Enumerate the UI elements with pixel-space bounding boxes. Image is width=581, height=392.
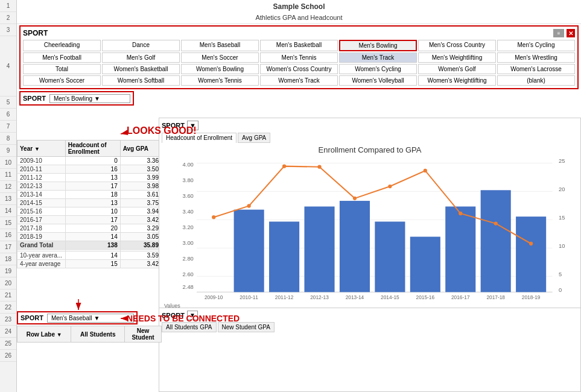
sport-item-womens-weightlifting[interactable]: Women's Weightlifting: [418, 75, 496, 86]
data-table-container: Year ▼ Headcount of Enrollment Avg GPA 2…: [17, 140, 162, 268]
sport-value-1[interactable]: Men's Bowling ▼: [49, 94, 130, 103]
sport-item-womens-softball[interactable]: Women's Softball: [102, 75, 180, 86]
enrollment-table: Year ▼ Headcount of Enrollment Avg GPA 2…: [17, 140, 162, 268]
sport-item-womens-track[interactable]: Women's Track: [260, 75, 338, 86]
svg-text:2.60: 2.60: [183, 271, 194, 277]
row-number-column: 1 2 3 4 5 6 7 8 9 10 11 12 13 14 15 16 1…: [0, 0, 17, 392]
sport-item-mens-track[interactable]: Men's Track: [339, 52, 417, 63]
table-row: 2016-17 17 3.42: [17, 216, 162, 224]
cell-headcount: 13: [65, 174, 120, 182]
cell-headcount: 18: [65, 191, 120, 199]
sport-item-womens-soccer[interactable]: Women's Soccer: [23, 75, 101, 86]
sport-item-womens-golf[interactable]: Women's Golf: [418, 64, 496, 74]
table-row: 2017-18 20 3.29: [17, 224, 162, 233]
svg-rect-22: [234, 210, 264, 292]
row-num-4: 4: [0, 36, 16, 96]
table-row: 2013-14 18 3.61: [17, 191, 162, 199]
svg-text:3.60: 3.60: [183, 192, 194, 199]
sport-item-mens-bowling[interactable]: Men's Bowling: [339, 40, 417, 51]
sport-item-womens-volleyball[interactable]: Women's Volleyball: [339, 75, 417, 86]
svg-text:2014-15: 2014-15: [381, 294, 399, 300]
cell-grand-total-label: Grand Total: [17, 241, 66, 250]
title-section: Sample School Athletics GPA and Headcoun…: [17, 0, 581, 24]
sport-item-mens-basketball[interactable]: Men's Basketball: [260, 40, 338, 51]
svg-point-35: [353, 197, 357, 200]
row-num-15: 15: [0, 217, 16, 229]
sport-item-womens-tennis[interactable]: Women's Tennis: [181, 75, 259, 86]
cell-headcount: 17: [65, 182, 120, 191]
svg-text:2.80: 2.80: [183, 255, 194, 262]
svg-text:2011-12: 2011-12: [275, 294, 294, 300]
sport-item-total[interactable]: Total: [23, 64, 101, 74]
col-header-headcount: Headcount of Enrollment: [65, 141, 120, 157]
sport-value-2[interactable]: Men's Baseball ▼: [47, 314, 134, 323]
row-num-21: 21: [0, 289, 16, 302]
table-row: 2010-11 16 3.50: [17, 165, 162, 174]
sport-item-mens-wrestling[interactable]: Men's Wrestling: [497, 52, 575, 63]
row-10yr-avg: 10-year avera... 14 3.59: [17, 251, 162, 260]
row-num-7: 7: [0, 121, 16, 133]
svg-text:20: 20: [559, 186, 565, 192]
sport-item-womens-bowling[interactable]: Women's Bowling: [181, 64, 259, 74]
svg-rect-24: [304, 206, 334, 292]
sport-item-womens-lacrosse[interactable]: Women's Lacrosse: [497, 64, 575, 74]
cell-year: 2016-17: [17, 216, 66, 224]
filter-clear-icon[interactable]: ✕: [567, 29, 575, 37]
row-num-12: 12: [0, 181, 16, 193]
cell-headcount: 13: [65, 199, 120, 207]
row-num-11: 11: [0, 169, 16, 181]
sport-item-mens-golf[interactable]: Men's Golf: [102, 52, 180, 63]
svg-text:15: 15: [559, 214, 565, 221]
sport-item-dance[interactable]: Dance: [102, 40, 180, 51]
svg-text:2.48: 2.48: [183, 283, 194, 290]
cell-gpa: 3.61: [120, 191, 161, 199]
svg-text:3.20: 3.20: [183, 224, 194, 230]
svg-point-36: [388, 185, 392, 188]
sport-item-mens-football[interactable]: Men's Football: [23, 52, 101, 63]
svg-point-39: [494, 221, 498, 225]
chart-sport-filter: SPORT ▼: [162, 121, 578, 130]
cell-year: 2018-19: [17, 233, 66, 241]
row-num-23: 23: [0, 314, 16, 326]
row-num-13: 13: [0, 193, 16, 205]
filter-settings-icon[interactable]: ≡: [553, 29, 564, 37]
sport-item-womens-cycling[interactable]: Women's Cycling: [339, 64, 417, 74]
row-num-24: 24: [0, 326, 16, 338]
tab-new-student-gpa[interactable]: New Student GPA: [218, 322, 275, 332]
sport-item-womens-cross-country[interactable]: Women's Cross Country: [260, 64, 338, 74]
dropdown-arrow-1: ▼: [94, 95, 100, 102]
sport-dropdown-1[interactable]: SPORT Men's Bowling ▼: [19, 91, 134, 106]
cell-gpa: 3.36: [120, 157, 161, 165]
subtitle: Athletics GPA and Headcount: [255, 12, 342, 23]
table-row: 2014-15 13 3.75: [17, 199, 162, 207]
row-num-22: 22: [0, 302, 16, 314]
sport-item-mens-cycling[interactable]: Men's Cycling: [497, 40, 575, 51]
sport-item-mens-soccer[interactable]: Men's Soccer: [181, 52, 259, 63]
sport-item-cheerleading[interactable]: Cheerleading: [23, 40, 101, 51]
chart-area: 4.00 3.80 3.60 3.40 3.20 3.00 2.80 2.60 …: [162, 157, 578, 302]
cell-headcount: 16: [65, 165, 120, 174]
sport-item-mens-weightlifting[interactable]: Men's Weightlifting: [418, 52, 496, 63]
sport-item-womens-basketball[interactable]: Women's Basketball: [102, 64, 180, 74]
cell-grand-total-gpa: 35.89: [120, 241, 161, 250]
sport-dropdown-2[interactable]: SPORT Men's Baseball ▼: [17, 311, 138, 324]
cell-year: 2010-11: [17, 165, 66, 174]
cell-gpa: 3.94: [120, 207, 161, 216]
tab-all-students-gpa[interactable]: All Students GPA: [162, 322, 217, 332]
row-num-3: 3: [0, 24, 16, 36]
row-num-8: 8: [0, 133, 16, 145]
svg-text:2015-16: 2015-16: [416, 294, 435, 300]
sport-item-mens-baseball[interactable]: Men's Baseball: [181, 40, 259, 51]
svg-text:2018-19: 2018-19: [522, 294, 541, 300]
sport-item-mens-tennis[interactable]: Men's Tennis: [260, 52, 338, 63]
dropdown-arrow-2: ▼: [94, 315, 100, 321]
row-num-25: 25: [0, 338, 16, 350]
sport-item-blank[interactable]: (blank): [497, 75, 575, 86]
tab-avg-gpa[interactable]: Avg GPA: [238, 133, 270, 143]
annotation-looks-good: LOOKS GOOD!: [127, 125, 197, 136]
svg-text:4.00: 4.00: [183, 161, 194, 168]
cell-headcount: 20: [65, 224, 120, 233]
row-num-9: 9: [0, 145, 16, 157]
sport-item-mens-cross-country[interactable]: Men's Cross Country: [418, 40, 496, 51]
cell-headcount: 10: [65, 207, 120, 216]
